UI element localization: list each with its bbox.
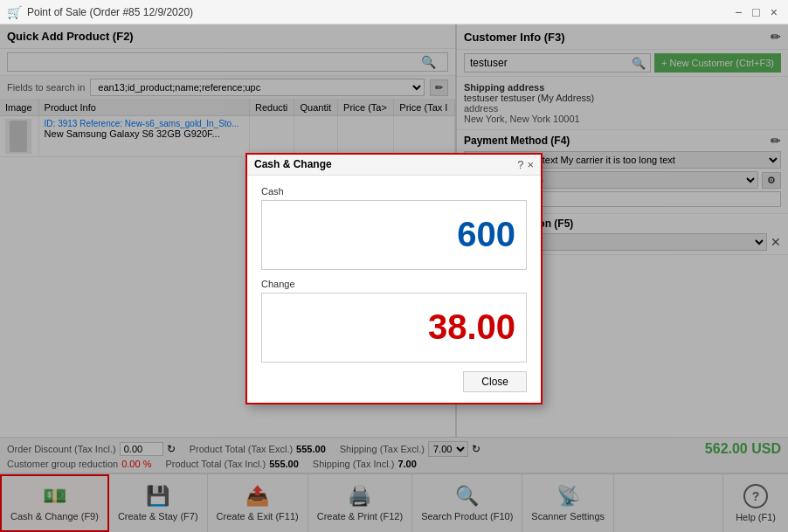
change-value: 38.00 [428,307,515,347]
modal-title-bar: Cash & Change ? × [247,155,541,176]
modal-close-x-button[interactable]: × [527,158,534,171]
cash-display-box: 600 [261,200,527,270]
modal-body: Cash 600 Change 38.00 Close [247,176,541,403]
modal-question-button[interactable]: ? [517,158,523,171]
change-display-box: 38.00 [261,293,527,363]
modal-close-button[interactable]: Close [463,371,527,392]
cash-value: 600 [457,215,515,254]
minimize-button[interactable]: − [731,5,745,19]
cash-label: Cash [261,186,527,197]
modal-title: Cash & Change [254,158,332,170]
maximize-button[interactable]: □ [749,5,763,19]
window-controls: − □ × [731,5,781,19]
close-button[interactable]: × [767,5,781,19]
change-label: Change [261,279,527,289]
modal-close-btn-row: Close [261,371,527,392]
modal-controls: ? × [517,158,534,171]
title-bar: 🛒 Point of Sale (Order #85 12/9/2020) − … [0,0,788,24]
app-icon: 🛒 [7,5,22,19]
window-title: Point of Sale (Order #85 12/9/2020) [27,6,193,18]
modal-overlay: Cash & Change ? × Cash 600 Change 38.00 … [0,24,788,532]
cash-change-modal: Cash & Change ? × Cash 600 Change 38.00 … [245,153,543,404]
